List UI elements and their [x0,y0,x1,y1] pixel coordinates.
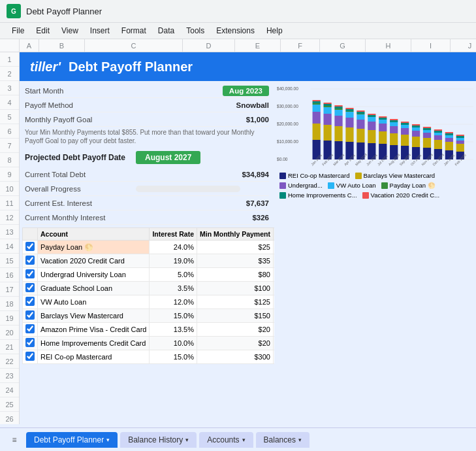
col-header-E: E [235,39,281,52]
menu-item-tools[interactable]: Tools [181,24,210,37]
svg-rect-92 [445,132,453,133]
account-name: Vacation 2020 Credit Card [38,254,150,268]
svg-text:$10,000.00: $10,000.00 [277,139,298,144]
interest-rate: 12.0% [150,295,197,309]
account-name: Barclays View Mastercard [38,309,150,323]
row-num-16: 16 [0,268,19,282]
tab-debt-payoff-planner[interactable]: Debt Payoff Planner▾ [26,432,118,448]
legend-color-dot [355,173,362,179]
table-row: VW Auto Loan12.0%$1255$3,890$3,890 [23,295,275,309]
svg-rect-95 [456,141,464,144]
svg-rect-11 [313,124,321,140]
row-num-23: 23 [0,369,19,383]
col-header-rate: Interest Rate [150,228,197,241]
interest-rate: 19.0% [150,254,197,268]
account-name: Amazon Prime Visa - Credit Card [38,323,150,337]
svg-rect-67 [401,123,409,125]
svg-rect-36 [345,109,353,111]
svg-rect-43 [357,112,364,114]
col-header-G: G [320,39,366,52]
svg-rect-56 [379,116,387,118]
start-month-value: Aug 2023 [136,87,269,95]
row-num-18: 18 [0,297,19,311]
monthly-interest-value: $326 [136,214,269,222]
account-name: REI Co-op Mastercard [38,350,150,364]
svg-rect-50 [368,114,375,115]
svg-text:$40,000.00: $40,000.00 [277,86,298,91]
row-num-19: 19 [0,311,19,326]
menu-item-insert[interactable]: Insert [85,24,115,37]
table-row: Vacation 2020 Credit Card19.0%$358$250$2… [23,254,275,268]
account-checkbox[interactable] [25,352,35,361]
legend-label: Vacation 2020 Credit C... [371,192,439,199]
row-num-7: 7 [0,139,19,153]
svg-rect-65 [401,128,409,135]
menu-item-view[interactable]: View [56,24,84,37]
account-checkbox[interactable] [25,324,35,333]
account-checkbox[interactable] [25,310,35,320]
menu-item-file[interactable]: File [7,24,29,37]
account-checkbox[interactable] [25,256,35,265]
svg-rect-33 [345,118,353,127]
chart-legend: REI Co-op MastercardBarclays View Master… [277,171,473,200]
svg-rect-94 [456,144,464,152]
tab-bar: ≡ Debt Payoff Planner▾Balance History▾Ac… [0,427,476,451]
row-num-2: 2 [0,67,19,81]
legend-label: VW Auto Loan [336,182,376,189]
account-checkbox[interactable] [25,297,35,306]
overall-progress-bar-container [136,182,240,196]
legend-label: Payday Loan 🌕 [390,182,436,189]
row-num-26: 26 [0,412,19,424]
hamburger-button[interactable]: ≡ [5,431,24,449]
svg-rect-97 [456,136,464,138]
tab-chevron-icon: ▾ [185,437,189,443]
menu-item-edit[interactable]: Edit [31,24,55,37]
svg-rect-55 [379,118,387,120]
row-num-9: 9 [0,167,19,182]
row-num-1: 1 [0,52,19,67]
header-banner: tiller' Debt Payoff Planner [20,52,476,81]
payoff-method-row: Payoff Method Snowball [25,98,269,112]
monthly-interest-label: Current Monthly Interest [25,214,136,222]
col-header-row-num [0,39,20,52]
row-numbers: 1234567891011121314151617181920212223242… [0,52,20,424]
start-month-row: Start Month Aug 2023 [25,84,269,98]
account-checkbox[interactable] [25,269,35,278]
svg-rect-21 [323,106,331,107]
col-header-account: Account [38,228,150,241]
svg-rect-89 [445,138,453,142]
content-area: tiller' Debt Payoff Planner Start Month … [20,52,476,424]
svg-rect-37 [345,108,353,109]
svg-rect-28 [334,109,342,110]
legend-color-dot [362,192,369,199]
account-checkbox[interactable] [25,242,35,251]
interest-rate: 3.5% [150,282,197,295]
menu-item-data[interactable]: Data [153,24,180,37]
svg-rect-44 [357,110,364,112]
svg-rect-82 [434,140,442,149]
svg-rect-25 [334,126,342,141]
account-checkbox[interactable] [25,283,35,292]
col-header-D: D [183,39,235,52]
account-checkbox[interactable] [25,338,35,347]
row-num-6: 6 [0,124,19,139]
interest-rate: 5.0% [150,268,197,282]
svg-rect-66 [401,125,409,128]
menu-item-extensions[interactable]: Extensions [211,24,260,37]
summary-note: Your Min Monthly Payments total $855. Pu… [25,127,269,148]
svg-rect-18 [323,125,331,141]
legend-item: Barclays View Mastercard [355,172,436,179]
col-header-I: I [411,39,451,52]
menu-item-help[interactable]: Help [261,24,288,37]
col-header-F: F [281,39,320,52]
col-header-C: C [85,39,183,52]
table-row: REI Co-op Mastercard15.0%$3001$11,100$9,… [23,350,275,364]
svg-rect-32 [345,127,353,142]
col-header-min-payment: Min Monthly Payment [197,228,274,241]
tab-balance-history[interactable]: Balance History▾ [120,432,197,448]
interest-rate: 15.0% [150,350,197,364]
menu-item-format[interactable]: Format [116,24,151,37]
tab-balances[interactable]: Balances▾ [256,432,309,448]
tab-accounts[interactable]: Accounts▾ [199,432,253,448]
svg-rect-88 [445,142,453,150]
